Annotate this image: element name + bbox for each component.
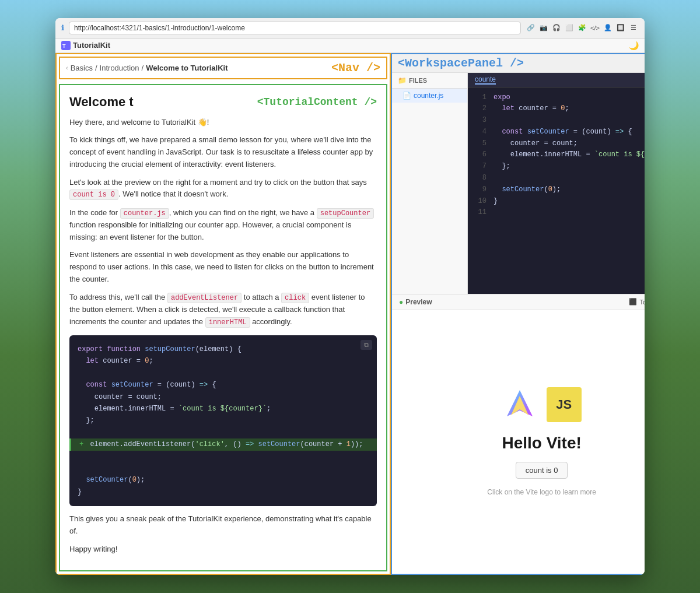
code-block: ⧉ export function setupCounter(element) … [69,335,377,506]
toggle-terminal-button[interactable]: ⬛ Toggle Terminal [629,298,645,306]
code-line-11: 11 [468,207,645,219]
tutorial-para-1: Hey there, and welcome to TutorialKit 👋! [69,117,377,129]
browser-actions: 🔗 📷 🎧 ⬜ 🧩 </> 👤 🔲 ☰ [526,23,639,33]
code-editor: counte 1 expo 2 let counter = 0; 3 [468,73,645,294]
toggle-terminal-label: Toggle Terminal [639,299,645,306]
preview-content: JS Hello Vite! count is 0 Click on the V… [392,310,645,574]
browser-chrome: ℹ http://localhost:4321/1-basics/1-intro… [55,18,645,38]
left-panel: ‹ Basics / Introduction / Welcome to Tut… [55,53,391,576]
screenshot-icon[interactable]: 📷 [538,23,549,33]
learn-more-text: Click on the Vite logo to learn more [487,488,596,496]
code-content: export function setupCounter(element) { … [78,343,369,498]
back-arrow[interactable]: ‹ [66,64,68,71]
hello-vite-text: Hello Vite! [502,434,581,452]
tutorial-content: Welcome t <TutorialContent /> Hey there,… [59,84,387,572]
tutorial-para-8: Happy writing! [69,543,377,556]
editor-tab: counte [468,73,645,87]
logo-label: TutorialKit [73,41,110,50]
vite-logo-icon[interactable] [502,387,537,422]
tutorial-heading: Welcome t [69,94,134,110]
breadcrumb-introduction: Introduction [100,64,139,72]
workspace-label: <WorkspacePanel /> [398,57,524,70]
code-line-10: 10 } [468,196,645,208]
code-icon[interactable]: </> [590,23,600,33]
active-tab[interactable]: counte [475,75,496,85]
dark-mode-toggle[interactable]: 🌙 [629,41,639,50]
profile-icon[interactable]: 👤 [603,23,613,33]
tutorial-para-7: This gives you a sneak peak of the Tutor… [69,513,377,538]
code-line-6: 6 element.innerHTML = `count is ${counte… [468,149,645,161]
tutorialkit-logo: T TutorialKit [61,41,110,50]
preview-area: ● Preview ⬛ Toggle Terminal [392,294,645,574]
code-line-2: 2 let counter = 0; [468,103,645,115]
file-sidebar-header: 📁 Files [392,73,467,89]
tutorial-content-header: Welcome t <TutorialContent /> [69,94,377,110]
tutorial-para-6: To address this, we'll call the addEvent… [69,292,377,328]
right-panel: <WorkspacePanel /> 📁 Files 📄 counter.js [391,53,645,576]
breadcrumb-sep2: / [142,64,144,72]
file-name: counter.js [414,92,443,100]
headphones-icon[interactable]: 🎧 [551,23,562,33]
breadcrumb-current: Welcome to TutorialKit [146,64,228,72]
copy-button[interactable]: ⧉ [360,340,372,350]
file-sidebar: 📁 Files 📄 counter.js [392,73,468,294]
vite-logos: JS [502,387,582,422]
preview-header: ● Preview ⬛ Toggle Terminal [392,294,645,310]
code-lines: 1 expo 2 let counter = 0; 3 4 [468,87,645,224]
js-logo-icon: JS [547,387,582,422]
svg-text:T: T [62,43,66,49]
breadcrumb: ‹ Basics / Introduction / Welcome to Tut… [66,64,228,72]
tutorial-para-2: To kick things off, we have prepared a s… [69,134,377,170]
main-layout: ‹ Basics / Introduction / Welcome to Tut… [55,53,645,576]
nav-component-label: <Nav /> [331,61,380,75]
tutorial-para-4: In the code for counter.js, which you ca… [69,207,377,244]
preview-dot: ● [399,298,403,306]
breadcrumb-sep1: / [95,64,97,72]
menu-icon[interactable]: ☰ [628,23,639,33]
code-line-5: 5 counter = count; [468,138,645,150]
preview-label: Preview [405,298,432,306]
file-icon-js: 📄 [402,92,411,100]
file-item-counter[interactable]: 📄 counter.js [392,89,467,103]
nav-bar: ‹ Basics / Introduction / Welcome to Tut… [59,57,387,79]
address-bar[interactable]: http://localhost:4321/1-basics/1-introdu… [69,22,521,34]
breadcrumb-basics: Basics [71,64,93,72]
workspace-header: <WorkspacePanel /> [392,54,645,73]
tutorial-content-label: <TutorialContent /> [257,96,377,108]
browser-toolbar: T TutorialKit 🌙 [55,38,645,53]
code-line-3: 3 [468,115,645,127]
url-text: http://localhost:4321/1-basics/1-introdu… [74,24,245,32]
count-button[interactable]: count is 0 [516,462,568,479]
code-line-7: 7 }; [468,161,645,173]
extensions-icon[interactable]: 🔲 [615,23,626,33]
files-label: Files [409,77,427,84]
logo-icon: T [61,41,71,50]
puzzle-icon[interactable]: 🧩 [577,23,587,33]
window-icon[interactable]: ⬜ [564,23,575,33]
browser-window: ℹ http://localhost:4321/1-basics/1-intro… [55,18,645,576]
info-icon: ℹ [61,24,64,32]
terminal-icon: ⬛ [629,298,637,306]
tutorial-para-5: Event listeners are essential in web dev… [69,249,377,285]
code-line-1: 1 expo [468,92,645,104]
code-line-4: 4 const setCounter = (count) => { [468,127,645,138]
bookmark-icon[interactable]: 🔗 [526,23,536,33]
editor-area: 📁 Files 📄 counter.js counte 1 [392,73,645,294]
code-line-9: 9 setCounter(0); [468,184,645,196]
preview-title: ● Preview [399,298,432,306]
folder-icon: 📁 [398,76,407,85]
code-line-8: 8 [468,173,645,184]
tutorial-para-3: Let's look at the preview on the right f… [69,177,377,201]
